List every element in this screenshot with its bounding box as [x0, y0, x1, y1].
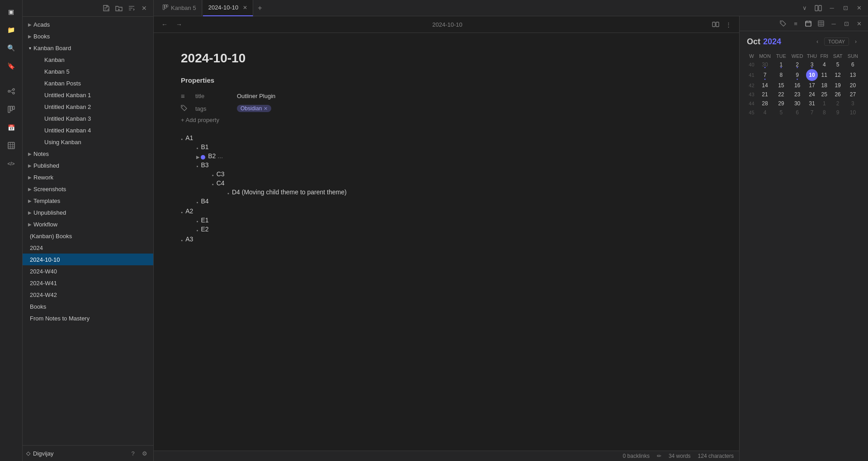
calendar-day[interactable]: 7 — [806, 108, 818, 117]
bookmark-icon[interactable]: 🔖 — [3, 58, 19, 74]
code-icon[interactable]: </> — [3, 155, 19, 172]
calendar-day[interactable]: 13 — [845, 69, 861, 81]
calendar-day[interactable]: 1 — [818, 99, 830, 108]
sidebar-item-rework[interactable]: ▶ Rework — [23, 171, 153, 183]
sidebar-item-books-folder[interactable]: ▶ Books — [23, 30, 153, 42]
close-sidebar-button[interactable]: ✕ — [139, 3, 150, 14]
calendar-day[interactable]: 16 — [789, 81, 806, 90]
sidebar-item-2024-w41[interactable]: 2024-W41 — [23, 277, 153, 289]
kanban-icon[interactable] — [3, 101, 19, 118]
settings-button[interactable]: ⚙ — [140, 448, 150, 458]
split-editor-button[interactable] — [813, 3, 824, 14]
user-profile[interactable]: ◇ Digvijay — [26, 450, 54, 457]
sidebar-item-2024-w42[interactable]: 2024-W42 — [23, 289, 153, 301]
sidebar-item-untitled-kanban-2[interactable]: Untitled Kanban 2 — [30, 101, 153, 113]
add-property-button[interactable]: + Add property — [181, 117, 712, 123]
calendar-sidebar-icon[interactable]: 📅 — [3, 119, 19, 136]
sidebar-item-kanban-books[interactable]: (Kanban) Books — [23, 230, 153, 242]
sidebar-item-templates[interactable]: ▶ Templates — [23, 195, 153, 207]
search-icon[interactable]: 🔍 — [3, 40, 19, 56]
sidebar-item-books-file[interactable]: Books — [23, 301, 153, 312]
new-tab-button[interactable]: + — [254, 4, 265, 12]
calendar-next-button[interactable]: › — [851, 37, 861, 47]
sidebar-item-notes[interactable]: ▶ Notes — [23, 148, 153, 160]
calendar-day[interactable]: 1● — [774, 60, 788, 69]
calendar-day[interactable]: 10 — [845, 108, 861, 117]
calendar-day[interactable]: 30● — [756, 60, 774, 69]
calendar-day[interactable]: 29 — [774, 99, 788, 108]
tab-2024-10-10[interactable]: 2024-10-10 ✕ — [203, 0, 254, 16]
more-options-button[interactable]: ⋮ — [723, 19, 734, 30]
sidebar-item-screenshots[interactable]: ▶ Screenshots — [23, 183, 153, 195]
calendar-today-button[interactable]: TODAY — [824, 38, 849, 46]
calendar-day[interactable]: 19 — [830, 81, 845, 90]
calendar-day[interactable]: 23 — [789, 90, 806, 99]
help-button[interactable]: ? — [128, 448, 138, 458]
back-button[interactable]: ← — [159, 19, 170, 30]
calendar-day[interactable]: 9 — [830, 108, 845, 117]
sidebar-item-unpublished[interactable]: ▶ Unpublished — [23, 207, 153, 218]
sidebar-item-kanban-board[interactable]: ▾ Kanban Board — [23, 42, 153, 54]
sidebar-item-published[interactable]: ▶ Published — [23, 160, 153, 171]
tag-remove-button[interactable]: ✕ — [264, 106, 268, 112]
calendar-day[interactable]: 25 — [818, 90, 830, 99]
calendar-day[interactable]: 5 — [830, 60, 845, 69]
calendar-day[interactable]: 10 — [806, 69, 818, 81]
calendar-panel-button[interactable] — [803, 18, 814, 29]
calendar-day[interactable]: 22 — [774, 90, 788, 99]
calendar-day[interactable]: 24 — [806, 90, 818, 99]
tab-kanban5[interactable]: Kanban 5 — [157, 0, 202, 16]
dropdown-button[interactable]: ∨ — [799, 3, 810, 14]
calendar-day[interactable]: 8 — [818, 108, 830, 117]
reading-mode-button[interactable] — [710, 19, 721, 30]
calendar-day[interactable]: 3 — [845, 99, 861, 108]
table-panel-button[interactable] — [816, 18, 826, 29]
sidebar-item-untitled-kanban-4[interactable]: Untitled Kanban 4 — [30, 124, 153, 136]
graph-icon[interactable] — [3, 83, 19, 99]
calendar-day[interactable]: 9● — [789, 69, 806, 81]
calendar-day[interactable]: 30 — [789, 99, 806, 108]
calendar-day[interactable]: 28 — [756, 99, 774, 108]
calendar-day[interactable]: 26 — [830, 90, 845, 99]
calendar-day[interactable]: 17 — [806, 81, 818, 90]
restore-window-button[interactable]: ⊡ — [840, 3, 851, 14]
new-folder-button[interactable] — [113, 3, 124, 14]
close-panel-button[interactable]: ✕ — [854, 18, 864, 29]
file-explorer-icon[interactable]: 📁 — [3, 22, 19, 38]
calendar-day[interactable]: 18 — [818, 81, 830, 90]
calendar-prev-button[interactable]: ‹ — [812, 37, 822, 47]
sort-button[interactable] — [126, 3, 137, 14]
list-panel-button[interactable]: ≡ — [790, 18, 801, 29]
new-note-button[interactable] — [101, 3, 112, 14]
minimize-panel-button[interactable]: ─ — [828, 18, 839, 29]
calendar-day[interactable]: 5 — [774, 108, 788, 117]
calendar-day[interactable]: 8 — [774, 69, 788, 81]
backlinks-count[interactable]: 0 backlinks — [623, 453, 650, 459]
calendar-day[interactable]: 21 — [756, 90, 774, 99]
calendar-day[interactable]: 7● — [756, 69, 774, 81]
calendar-day[interactable]: 6 — [789, 108, 806, 117]
calendar-day[interactable]: 14 — [756, 81, 774, 90]
tab-close-button[interactable]: ✕ — [243, 5, 247, 11]
sidebar-item-2024-10-10[interactable]: 2024-10-10 — [23, 254, 153, 265]
calendar-day[interactable]: 4 — [756, 108, 774, 117]
sidebar-item-workflow[interactable]: ▶ Workflow — [23, 218, 153, 230]
tags-panel-button[interactable] — [778, 18, 788, 29]
calendar-day[interactable]: 31 — [806, 99, 818, 108]
tag-obsidian[interactable]: Obsidian ✕ — [237, 105, 271, 112]
calendar-day[interactable]: 20 — [845, 81, 861, 90]
sidebar-item-2024-w40[interactable]: 2024-W40 — [23, 265, 153, 277]
sidebar-item-untitled-kanban-3[interactable]: Untitled Kanban 3 — [30, 113, 153, 124]
collapse-arrow-b2[interactable]: ▶ — [196, 155, 200, 160]
table-sidebar-icon[interactable] — [3, 137, 19, 154]
sidebar-item-kanban5[interactable]: Kanban 5 — [30, 66, 153, 77]
sidebar-item-kanban[interactable]: Kanban — [30, 54, 153, 66]
calendar-day[interactable]: 11 — [818, 69, 830, 81]
sidebar-item-from-notes[interactable]: From Notes to Mastery — [23, 312, 153, 324]
minimize-window-button[interactable]: ─ — [826, 3, 837, 14]
calendar-day[interactable]: 6 — [845, 60, 861, 69]
sidebar-item-kanban-posts[interactable]: Kanban Posts — [30, 77, 153, 89]
sidebar-item-acads[interactable]: ▶ Acads — [23, 19, 153, 30]
sidebar-item-using-kanban[interactable]: Using Kanban — [30, 136, 153, 148]
restore-panel-button[interactable]: ⊡ — [841, 18, 852, 29]
